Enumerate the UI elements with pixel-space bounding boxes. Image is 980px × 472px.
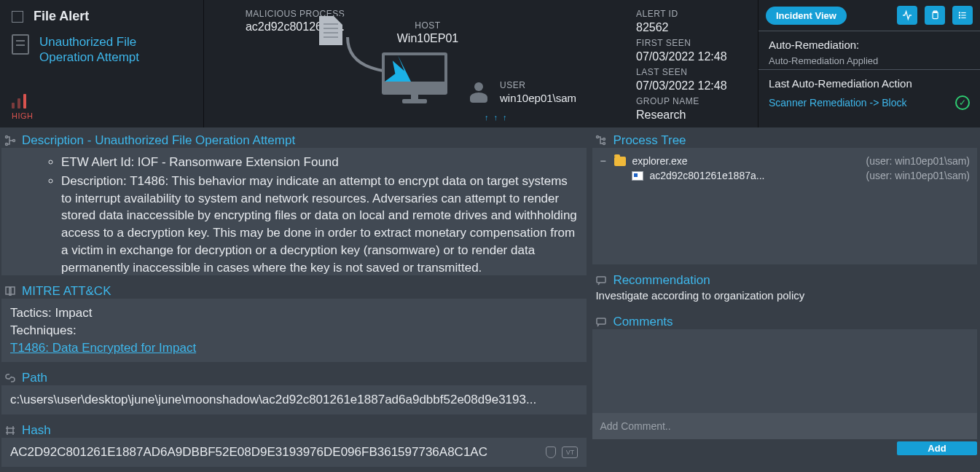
mitre-technique-link[interactable]: T1486: Data Encrypted for Impact [10, 341, 196, 355]
first-seen-value: 07/03/2022 12:48 [636, 50, 752, 63]
check-circle-icon: ✓ [955, 95, 970, 110]
header-meta: ALERT ID 82562 FIRST SEEN 07/03/2022 12:… [630, 0, 758, 127]
description-heading: Description - Unauthorized File Operatio… [22, 133, 295, 148]
left-column: Description - Unauthorized File Operatio… [1, 130, 587, 472]
tree-icon [4, 135, 16, 146]
severity-label: HIGH [12, 111, 34, 120]
right-column: Process Tree − explorer.exe (user: win10… [592, 130, 977, 472]
host-value: Win10EP01 [380, 32, 475, 45]
virustotal-badge[interactable]: VT [562, 447, 578, 458]
list-icon-button[interactable] [952, 6, 973, 25]
path-value: c:\users\user\desktop\june\june\moonshad… [10, 391, 578, 409]
process-tree-icon [595, 135, 607, 146]
path-panel: c:\users\user\desktop\june\june\moonshad… [1, 385, 587, 414]
svg-rect-15 [597, 318, 605, 324]
comments-icon [595, 316, 607, 328]
page-title: File Alert [34, 9, 89, 24]
header-diagram: MALICIOUS PROCESS ac2d92c801261e... HOST… [204, 0, 630, 127]
header-actions: Incident View Auto-Remediation: Auto-Rem… [758, 0, 980, 127]
header-left: File Alert Unauthorized File Operation A… [0, 0, 204, 127]
comments-body [592, 329, 977, 413]
tree-row[interactable]: − explorer.exe (user: win10ep01\sam) [600, 154, 970, 168]
process-tree-panel: − explorer.exe (user: win10ep01\sam) ac2… [592, 148, 977, 264]
malicious-process-value: ac2d92c801261e... [219, 20, 372, 34]
last-action-title: Last Auto-Remediation Action [769, 77, 970, 90]
mitre-panel: Tactics: Impact Techniques: T1486: Data … [1, 299, 587, 362]
first-seen-label: FIRST SEEN [636, 38, 752, 48]
file-icon [319, 16, 342, 45]
mitre-techniques-label: Techniques: [10, 322, 578, 339]
hash-value: AC2D92C801261E1887AD6A9DBBF52E08D9E31939… [10, 444, 540, 461]
clipboard-icon-button[interactable] [925, 6, 945, 25]
severity-bars-icon [12, 94, 26, 109]
alert-checkbox[interactable] [12, 11, 23, 23]
book-icon [4, 286, 16, 297]
last-action-link[interactable]: Scanner Remediation -> Block [769, 97, 907, 109]
severity-indicator: HIGH [12, 94, 192, 120]
description-bullet: Description: T1486: This behavior may in… [61, 173, 578, 275]
incident-view-button[interactable]: Incident View [766, 7, 847, 25]
hash-icon [4, 425, 16, 436]
tree-node-user: (user: win10ep01\sam) [866, 155, 970, 167]
document-icon [12, 34, 29, 55]
host-label: HOST [380, 20, 475, 31]
recommendation-text: Investigate according to organization po… [592, 288, 977, 306]
mitre-tactics-value: Impact [55, 306, 92, 320]
comment-input[interactable] [592, 413, 977, 439]
shield-icon[interactable] [546, 447, 556, 458]
mitre-tactics-label: Tactics: [10, 306, 52, 320]
recommendation-heading: Recommendation [613, 273, 710, 288]
tree-node-user: (user: win10ep01\sam) [866, 170, 970, 181]
link-icon [4, 372, 16, 384]
hash-heading: Hash [22, 423, 51, 438]
group-name-value: Research [636, 109, 752, 122]
svg-rect-14 [597, 277, 605, 283]
folder-icon [614, 157, 626, 166]
alert-id-label: ALERT ID [636, 9, 752, 19]
mitre-heading: MITRE ATT&CK [22, 284, 111, 299]
description-bullet: ETW Alert Id: IOF - Ransomware Extension… [61, 154, 578, 171]
last-seen-value: 07/03/2022 12:48 [636, 79, 752, 93]
path-heading: Path [22, 371, 47, 385]
network-arrows-icon: ↑ ↑ ↑ [485, 113, 509, 122]
svg-point-2 [959, 12, 960, 13]
user-value: win10ep01\sam [500, 92, 576, 104]
activity-icon-button[interactable] [897, 6, 917, 25]
alert-name[interactable]: Unauthorized File Operation Attempt [39, 34, 192, 66]
user-icon [468, 82, 490, 104]
main: Description - Unauthorized File Operatio… [0, 127, 980, 472]
alert-id-value: 82562 [636, 21, 752, 34]
user-label: USER [500, 80, 576, 90]
malicious-process-label: MALICIOUS PROCESS [219, 9, 372, 19]
svg-point-4 [959, 15, 960, 15]
last-seen-label: LAST SEEN [636, 67, 752, 77]
host-icon [382, 52, 447, 95]
tree-row[interactable]: ac2d92c801261e1887a... (user: win10ep01\… [600, 168, 970, 183]
tree-node-name: explorer.exe [632, 155, 687, 167]
auto-remediation-title: Auto-Remediation: [769, 39, 859, 51]
tree-node-name: ac2d92c801261e1887a... [649, 170, 764, 181]
tree-collapse-icon[interactable]: − [600, 155, 608, 167]
recommendation-icon [595, 275, 607, 286]
auto-remediation-status: Auto-Remediation Applied [769, 55, 878, 66]
description-panel: ETW Alert Id: IOF - Ransomware Extension… [1, 148, 587, 275]
header: File Alert Unauthorized File Operation A… [0, 0, 980, 127]
comments-heading: Comments [613, 315, 673, 329]
svg-point-6 [959, 17, 960, 18]
hash-panel: AC2D92C801261E1887AD6A9DBBF52E08D9E31939… [1, 438, 587, 467]
add-comment-button[interactable]: Add [897, 441, 977, 455]
process-tree-heading: Process Tree [613, 133, 686, 148]
exe-icon [632, 171, 643, 181]
group-name-label: GROUP NAME [636, 96, 752, 106]
